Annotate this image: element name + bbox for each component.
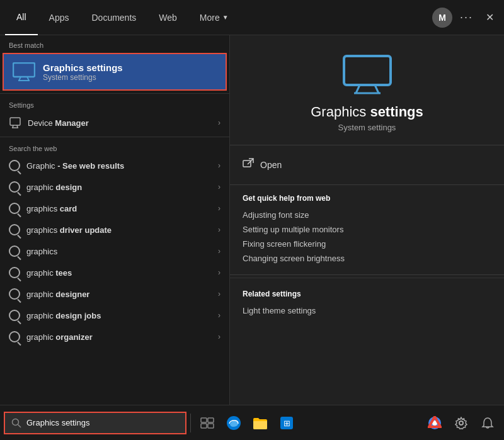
chevron-right-icon-2: › [218, 161, 220, 170]
edge-button[interactable] [221, 410, 246, 436]
settings-gear-button[interactable] [449, 410, 474, 436]
graphic-organizer-text: graphic organizer [26, 332, 212, 342]
tab-web[interactable]: Web [147, 0, 188, 35]
graphics-card-text: graphics card [26, 204, 212, 213]
search-icon-3 [9, 203, 20, 214]
chevron-right-icon-3: › [218, 183, 220, 191]
top-right-controls: M ··· ✕ [432, 8, 499, 28]
best-match-item[interactable]: Graphics settings System settings [3, 53, 227, 91]
chevron-right-icon-4: › [218, 204, 220, 213]
list-item-graphics-card[interactable]: graphics card › [0, 198, 229, 219]
graphic-design-jobs-text: graphic design jobs [26, 311, 212, 320]
search-icon-5 [9, 245, 20, 257]
svg-rect-17 [208, 418, 214, 422]
chevron-right-icon-8: › [218, 290, 220, 298]
open-icon [243, 158, 254, 172]
best-match-text: Graphics settings System settings [43, 62, 123, 82]
svg-rect-18 [201, 424, 207, 428]
list-item-device-manager[interactable]: Device Manager › [0, 111, 229, 134]
device-manager-icon [9, 116, 21, 129]
quick-help-link-1[interactable]: Adjusting font size [243, 208, 491, 222]
related-settings-title: Related settings [243, 290, 491, 298]
top-navigation: All Apps Documents Web More ▼ M ··· ✕ [0, 0, 504, 35]
quick-help-link-3[interactable]: Fixing screen flickering [243, 237, 491, 251]
chevron-right-icon-7: › [218, 268, 220, 277]
avatar[interactable]: M [432, 8, 452, 28]
svg-point-25 [459, 421, 463, 425]
explorer-button[interactable] [248, 410, 273, 436]
right-panel-actions: Open [230, 145, 504, 185]
notifications-button[interactable] [475, 410, 500, 436]
store-button[interactable]: ⊞ [274, 410, 299, 436]
device-manager-text: Device Manager [28, 118, 212, 128]
left-panel: Best match Graphics settings System sett… [0, 35, 230, 405]
search-icon-4 [9, 224, 20, 235]
chevron-right-icon: › [218, 118, 220, 127]
divider-right [230, 278, 504, 278]
quick-help-link-2[interactable]: Setting up multiple monitors [243, 222, 491, 237]
best-match-title: Graphics settings [43, 62, 123, 73]
chevron-right-icon-10: › [218, 332, 220, 341]
best-match-subtitle: System settings [43, 73, 123, 82]
close-button[interactable]: ✕ [481, 9, 499, 26]
list-item-graphic-organizer[interactable]: graphic organizer › [0, 326, 229, 347]
right-panel-subtitle: System settings [338, 123, 396, 132]
open-action[interactable]: Open [243, 154, 491, 176]
quick-help-link-4[interactable]: Changing screen brightness [243, 251, 491, 266]
svg-rect-16 [201, 418, 207, 422]
taskbar: ⊞ [0, 405, 504, 440]
svg-text:⊞: ⊞ [284, 419, 290, 428]
web-search-label: Search the web [0, 140, 229, 155]
svg-rect-4 [10, 118, 20, 125]
search-icon-7 [9, 288, 20, 300]
title-bold: settings [84, 62, 123, 73]
right-panel-header: Graphics settings System settings [230, 35, 504, 145]
quick-help-section: Get quick help from web Adjusting font s… [230, 185, 504, 275]
list-item-graphics-driver[interactable]: graphics driver update › [0, 219, 229, 240]
quick-help-title: Get quick help from web [243, 194, 491, 203]
taskbar-search[interactable] [4, 412, 186, 434]
svg-rect-0 [13, 63, 35, 77]
divider-1 [0, 93, 229, 94]
search-icon-6 [9, 267, 20, 278]
monitor-icon [13, 60, 35, 83]
list-item-graphics[interactable]: graphics › [0, 240, 229, 262]
main-content: Best match Graphics settings System sett… [0, 35, 504, 405]
taskbar-separator-1 [190, 414, 191, 432]
svg-line-15 [18, 424, 21, 427]
related-link-1[interactable]: Light theme settings [243, 303, 491, 318]
taskbar-search-icon [11, 418, 21, 428]
chrome-button[interactable] [422, 410, 447, 436]
right-title-bold: settings [366, 104, 423, 120]
right-panel: Graphics settings System settings Open G… [230, 35, 504, 405]
graphic-tees-text: graphic tees [26, 268, 212, 278]
open-label: Open [260, 160, 282, 170]
related-settings-section: Related settings Light theme settings [230, 281, 504, 327]
tab-documents[interactable]: Documents [80, 0, 147, 35]
list-item-graphic-designer[interactable]: graphic designer › [0, 283, 229, 305]
list-item-graphic-design-jobs[interactable]: graphic design jobs › [0, 305, 229, 326]
search-icon-9 [9, 331, 20, 342]
tab-more[interactable]: More ▼ [188, 0, 240, 35]
graphics-text: graphics [26, 247, 212, 256]
taskview-button[interactable] [195, 410, 220, 436]
graphic-design-text: graphic design [26, 183, 212, 192]
graphic-designer-text: graphic designer [26, 290, 212, 299]
tab-all[interactable]: All [5, 0, 38, 35]
best-match-label: Best match [0, 35, 229, 53]
list-item-graphic-tees[interactable]: graphic tees › [0, 262, 229, 283]
chevron-down-icon: ▼ [222, 14, 229, 21]
list-item-graphic-design[interactable]: graphic design › [0, 176, 229, 198]
search-icon-8 [9, 310, 20, 321]
chevron-right-icon-6: › [218, 247, 220, 256]
taskbar-search-input[interactable] [26, 418, 179, 427]
right-title-normal: Graphics [311, 104, 366, 120]
list-item-graphic-web[interactable]: Graphic - See web results › [0, 155, 229, 176]
settings-label: Settings [0, 96, 229, 111]
graphics-driver-text: graphics driver update [26, 225, 212, 235]
taskbar-right-icons [422, 410, 500, 436]
more-options-button[interactable]: ··· [460, 11, 473, 24]
tab-apps[interactable]: Apps [38, 0, 81, 35]
svg-rect-8 [344, 56, 391, 85]
chevron-right-icon-5: › [218, 225, 220, 234]
